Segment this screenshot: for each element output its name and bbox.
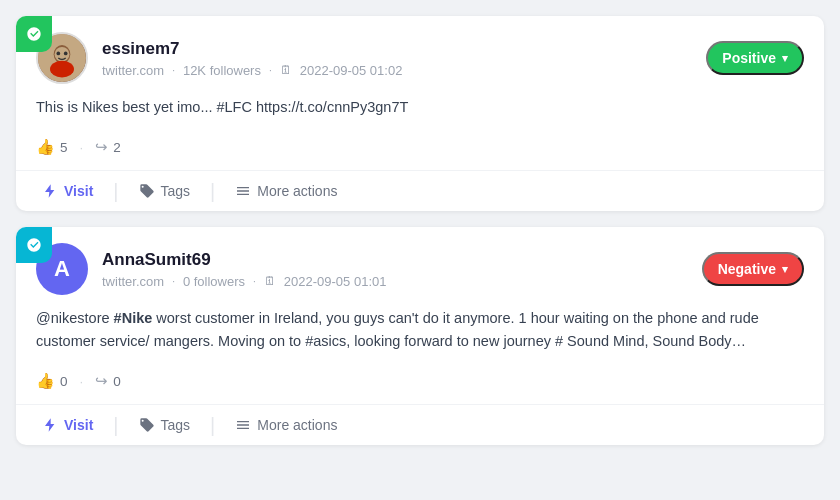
menu-icon-1: [235, 183, 251, 199]
share-icon-2: ↪: [95, 372, 108, 390]
shares-stat-2: ↪ 0: [95, 372, 121, 390]
svg-point-4: [56, 52, 60, 56]
sentiment-badge-2[interactable]: Negative ▾: [702, 252, 804, 286]
lightning-icon-1: [42, 183, 58, 199]
followers-2: 0 followers: [183, 274, 245, 289]
sentiment-label-2: Negative: [718, 261, 776, 277]
shares-count-1: 2: [113, 140, 121, 155]
dot-3: ·: [172, 276, 175, 287]
card-body-2: @nikestore #Nike worst customer in Irela…: [16, 307, 824, 364]
tags-button-1[interactable]: Tags: [121, 171, 209, 211]
date-2: 2022-09-05 01:01: [284, 274, 387, 289]
tweet-card-2: A AnnaSumit69 twitter.com · 0 followers …: [16, 227, 824, 445]
likes-count-1: 5: [60, 140, 68, 155]
svg-point-3: [50, 61, 74, 78]
corner-badge-1: [16, 16, 52, 52]
card-stats-1: 👍 5 · ↪ 2: [16, 130, 824, 170]
user-meta-2: twitter.com · 0 followers · 🗓 2022-09-05…: [102, 274, 386, 289]
more-actions-button-2[interactable]: More actions: [217, 405, 355, 445]
corner-badge-2: [16, 227, 52, 263]
username-1: essinem7: [102, 39, 402, 59]
share-icon-1: ↪: [95, 138, 108, 156]
svg-point-5: [64, 52, 68, 56]
verified-icon-2: [26, 237, 42, 253]
tags-button-2[interactable]: Tags: [121, 405, 209, 445]
username-2: AnnaSumit69: [102, 250, 386, 270]
card-header-2: A AnnaSumit69 twitter.com · 0 followers …: [16, 227, 824, 307]
calendar-icon-1: 🗓: [280, 63, 292, 77]
nike-highlight: #Nike: [114, 310, 153, 326]
dot-1: ·: [172, 65, 175, 76]
card-content-1: This is Nikes best yet imo... #LFC https…: [36, 99, 408, 115]
likes-stat-2: 👍 0: [36, 372, 68, 390]
card-body-1: This is Nikes best yet imo... #LFC https…: [16, 96, 824, 130]
action-sep-2: |: [208, 180, 217, 203]
shares-stat-1: ↪ 2: [95, 138, 121, 156]
user-details-2: AnnaSumit69 twitter.com · 0 followers · …: [102, 250, 386, 289]
tags-label-2: Tags: [161, 417, 191, 433]
tags-label-1: Tags: [161, 183, 191, 199]
user-info-1: essinem7 twitter.com · 12K followers · 🗓…: [36, 32, 402, 84]
lightning-icon-2: [42, 417, 58, 433]
calendar-icon-2: 🗓: [264, 274, 276, 288]
shares-count-2: 0: [113, 374, 121, 389]
sentiment-label-1: Positive: [722, 50, 776, 66]
stat-sep-2: ·: [80, 374, 84, 389]
action-sep-4: |: [208, 414, 217, 437]
more-actions-button-1[interactable]: More actions: [217, 171, 355, 211]
visit-button-1[interactable]: Visit: [24, 171, 111, 211]
tag-icon-2: [139, 417, 155, 433]
card-actions-1: Visit | Tags | More actions: [16, 170, 824, 211]
user-meta-1: twitter.com · 12K followers · 🗓 2022-09-…: [102, 63, 402, 78]
followers-1: 12K followers: [183, 63, 261, 78]
card-content-2: @nikestore #Nike worst customer in Irela…: [36, 310, 759, 348]
sentiment-badge-1[interactable]: Positive ▾: [706, 41, 804, 75]
visit-button-2[interactable]: Visit: [24, 405, 111, 445]
action-sep-3: |: [111, 414, 120, 437]
verified-icon: [26, 26, 42, 42]
chevron-icon-2: ▾: [782, 263, 788, 276]
avatar-letter-2: A: [54, 256, 70, 282]
chevron-icon-1: ▾: [782, 52, 788, 65]
likes-stat-1: 👍 5: [36, 138, 68, 156]
menu-icon-2: [235, 417, 251, 433]
user-details-1: essinem7 twitter.com · 12K followers · 🗓…: [102, 39, 402, 78]
likes-count-2: 0: [60, 374, 68, 389]
action-sep-1: |: [111, 180, 120, 203]
card-actions-2: Visit | Tags | More actions: [16, 404, 824, 445]
platform-2: twitter.com: [102, 274, 164, 289]
platform-1: twitter.com: [102, 63, 164, 78]
like-icon-1: 👍: [36, 138, 55, 156]
tag-icon-1: [139, 183, 155, 199]
dot-4: ·: [253, 276, 256, 287]
card-header-1: essinem7 twitter.com · 12K followers · 🗓…: [16, 16, 824, 96]
more-actions-label-1: More actions: [257, 183, 337, 199]
more-actions-label-2: More actions: [257, 417, 337, 433]
visit-label-2: Visit: [64, 417, 93, 433]
date-1: 2022-09-05 01:02: [300, 63, 403, 78]
tweet-card-1: essinem7 twitter.com · 12K followers · 🗓…: [16, 16, 824, 211]
visit-label-1: Visit: [64, 183, 93, 199]
stat-sep-1: ·: [80, 140, 84, 155]
user-info-2: A AnnaSumit69 twitter.com · 0 followers …: [36, 243, 386, 295]
card-stats-2: 👍 0 · ↪ 0: [16, 364, 824, 404]
dot-2: ·: [269, 65, 272, 76]
like-icon-2: 👍: [36, 372, 55, 390]
